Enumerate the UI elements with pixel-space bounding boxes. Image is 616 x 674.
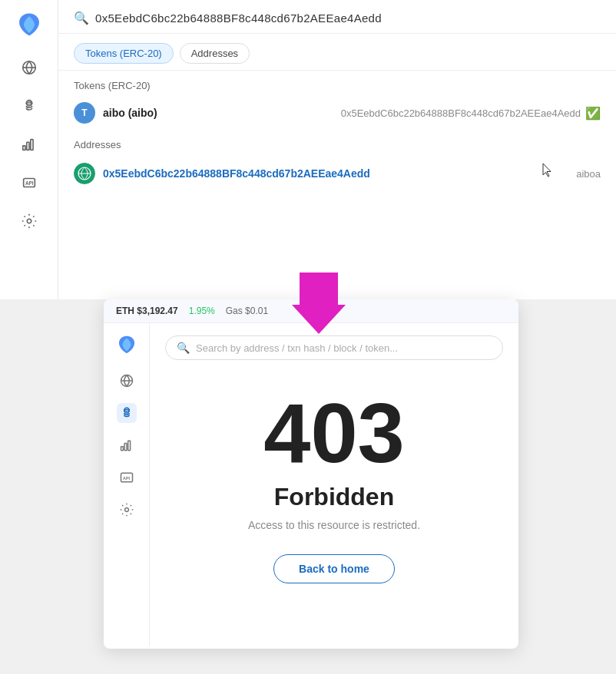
inner-sidebar: API (104, 323, 150, 646)
error-description: Access to this resource is restricted. (248, 519, 420, 531)
sidebar-item-tokens[interactable] (17, 94, 41, 118)
svg-rect-7 (30, 140, 32, 150)
inner-search-placeholder: Search by address / txn hash / block / t… (196, 342, 398, 354)
inner-search-bar[interactable]: 🔍 Search by address / txn hash / block /… (165, 335, 503, 360)
svg-rect-6 (26, 142, 28, 150)
svg-point-17 (124, 408, 129, 413)
svg-rect-19 (121, 447, 123, 451)
inner-sidebar-globe[interactable] (117, 371, 137, 391)
eth-change: 1.95% (189, 306, 215, 316)
sidebar-item-charts[interactable] (17, 132, 41, 157)
bottom-panel: ETH $3,192.47 1.95% Gas $0.01 (104, 299, 518, 649)
address-row[interactable]: 0x5EebdC6bc22b64888BF8c448cd67b2AEEae4Ae… (58, 155, 616, 192)
back-to-home-button[interactable]: Back to home (273, 554, 395, 583)
svg-marker-14 (292, 273, 346, 334)
inner-sidebar-tokens[interactable] (117, 403, 137, 423)
token-name: aibo (aibo) (103, 107, 157, 119)
tab-tokens-erc20[interactable]: Tokens (ERC-20) (74, 43, 174, 64)
tab-addresses[interactable]: Addresses (180, 43, 250, 64)
inner-sidebar-settings[interactable] (117, 500, 137, 520)
svg-rect-5 (22, 146, 25, 150)
inner-layout: API 🔍 Search by address / txn hash / blo… (104, 323, 518, 646)
svg-text:API: API (25, 180, 33, 186)
token-left: T aibo (aibo) (74, 102, 157, 124)
logo[interactable] (15, 11, 43, 41)
svg-point-3 (26, 101, 31, 106)
address-left: 0x5EebdC6bc22b64888BF8c448cd67b2AEEae4Ae… (74, 163, 370, 184)
address-tag: aiboa (576, 168, 601, 180)
svg-point-18 (124, 409, 129, 411)
sidebar-item-settings[interactable] (17, 209, 41, 233)
address-globe-icon (74, 163, 95, 184)
token-address: 0x5EebdC6bc22b64888BF8c448cd67b2AEEae4Ae… (341, 107, 581, 119)
search-value: 0x5EebdC6bc22b64888BF8c448cd67b2AEEae4Ae… (95, 12, 382, 25)
top-main-content: 🔍 0x5EebdC6bc22b64888BF8c448cd67b2AEEae4… (58, 0, 616, 299)
token-row[interactable]: T aibo (aibo) 0x5EebdC6bc22b64888BF8c448… (58, 96, 616, 130)
error-code: 403 (263, 391, 405, 475)
svg-text:API: API (123, 476, 131, 481)
inner-search-icon: 🔍 (177, 342, 190, 354)
tokens-section-label: Tokens (ERC-20) (58, 71, 616, 96)
search-icon: 🔍 (74, 11, 89, 25)
svg-rect-20 (124, 444, 127, 451)
inner-logo[interactable] (116, 334, 137, 358)
inner-sidebar-charts[interactable] (117, 435, 137, 455)
top-sidebar: API (0, 0, 58, 299)
address-hash: 0x5EebdC6bc22b64888BF8c448cd67b2AEEae4Ae… (103, 167, 370, 180)
down-arrow (292, 273, 346, 337)
inner-sidebar-api[interactable]: API (117, 468, 137, 487)
eth-price: ETH $3,192.47 (116, 306, 178, 316)
svg-point-4 (26, 102, 31, 104)
search-bar[interactable]: 🔍 0x5EebdC6bc22b64888BF8c448cd67b2AEEae4… (58, 0, 616, 34)
verified-icon: ✅ (585, 106, 601, 121)
addresses-section-label: Addresses (58, 130, 616, 155)
sidebar-item-globe[interactable] (17, 55, 41, 80)
token-right: 0x5EebdC6bc22b64888BF8c448cd67b2AEEae4Ae… (341, 106, 601, 121)
svg-point-24 (124, 508, 128, 512)
svg-rect-21 (128, 441, 130, 451)
tabs-bar: Tokens (ERC-20) Addresses (58, 34, 616, 71)
error-title: Forbidden (274, 483, 394, 511)
svg-point-10 (27, 219, 31, 223)
top-panel: API 🔍 0x5EebdC6bc22b64888BF8c448cd67b2AE… (0, 0, 616, 299)
gas-label: Gas $0.01 (226, 306, 268, 316)
sidebar-item-api[interactable]: API (17, 170, 41, 195)
token-avatar: T (74, 102, 95, 124)
error-content: 🔍 Search by address / txn hash / block /… (150, 323, 518, 646)
